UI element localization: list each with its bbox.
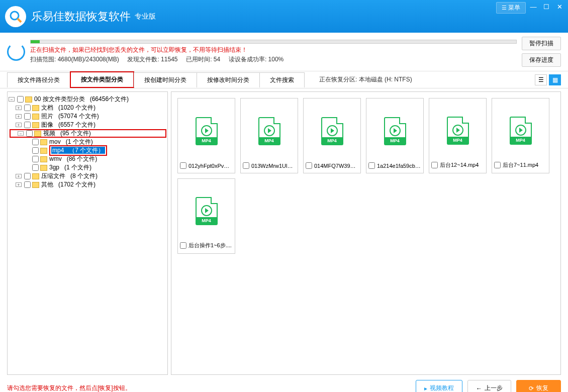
tree-checkbox[interactable] — [24, 173, 31, 179]
minimize-button[interactable]: — — [528, 2, 539, 11]
tree-label: 其他 (1702 个文件) — [41, 180, 96, 189]
pause-scan-button[interactable]: 暂停扫描 — [522, 37, 561, 50]
tab-by-modified[interactable]: 按修改时间分类 — [197, 72, 260, 87]
tree-node-wmv[interactable]: wmv (86 个文件) — [9, 155, 166, 163]
scan-range-label: 扫描范围: — [30, 56, 56, 63]
tree-checkbox[interactable] — [24, 105, 31, 111]
file-thumbnail: MP4 — [447, 103, 469, 158]
file-checkbox[interactable] — [306, 162, 312, 169]
view-list-button[interactable]: ☰ — [535, 74, 547, 85]
file-name: 后台7~11.mp4 — [503, 161, 547, 169]
collapse-icon[interactable]: − — [18, 131, 24, 136]
tree-root[interactable]: − 00 按文件类型分类 (66456个文件) — [9, 95, 166, 104]
tree-node-mp4[interactable]: mp4 （7 个文件） — [9, 146, 166, 155]
folder-icon — [40, 165, 47, 171]
save-progress-button[interactable]: 保存进度 — [522, 53, 561, 67]
tree-node-video[interactable]: − 视频 (95 个文件) — [10, 129, 166, 138]
tree-node-doc[interactable]: + 文档 (1020 个文件) — [9, 104, 166, 112]
file-item[interactable]: MP4 后台12~14.mp4 — [429, 98, 487, 173]
folder-icon — [32, 173, 39, 179]
tab-by-path[interactable]: 按文件路径分类 — [7, 72, 70, 87]
tree-label: mp4 （7 个文件） — [49, 145, 107, 156]
maximize-button[interactable]: ☐ — [541, 2, 552, 11]
expand-icon[interactable]: + — [16, 106, 22, 110]
tree-label: 照片 (57074 个文件) — [41, 112, 99, 121]
partition-info: 正在恢复分区: 本地磁盘 (H: NTFS) — [319, 75, 412, 84]
file-thumbnail: MP4 — [384, 103, 406, 159]
tree-checkbox[interactable] — [32, 164, 39, 171]
tree-checkbox[interactable] — [24, 181, 31, 188]
file-tree: − 00 按文件类型分类 (66456个文件) + 文档 (1020 个文件) … — [7, 91, 168, 375]
select-files-hint: 请勾选您需要恢复的文件，然后点[恢复]按钮。 — [7, 384, 131, 392]
file-name: 后台操作1~6步.... — [188, 242, 233, 249]
video-tutorial-button[interactable]: ▸视频教程 — [416, 380, 462, 392]
tree-checkbox[interactable] — [24, 113, 31, 120]
tree-node-other[interactable]: + 其他 (1702 个文件) — [9, 180, 166, 189]
expand-icon[interactable]: + — [16, 114, 22, 119]
file-thumbnail: MP4 — [510, 103, 532, 158]
view-grid-button[interactable]: ▦ — [549, 74, 561, 85]
file-item[interactable]: MP4 013WzMrw1Uly1K... — [240, 98, 298, 173]
elapsed-label: 已用时间: — [186, 56, 212, 63]
tree-checkbox[interactable] — [32, 156, 39, 162]
folder-icon — [34, 131, 41, 137]
arrow-left-icon: ← — [476, 385, 482, 392]
tree-node-photo[interactable]: + 照片 (57074 个文件) — [9, 112, 166, 121]
tabs-row: 按文件路径分类 按文件类型分类 按创建时间分类 按修改时间分类 文件搜索 正在恢… — [0, 71, 568, 88]
mp4-file-icon: MP4 — [510, 117, 532, 145]
expand-icon[interactable]: + — [16, 174, 22, 178]
file-checkbox[interactable] — [494, 162, 501, 168]
file-item[interactable]: MP4 014MFQ7W39yZX... — [303, 98, 361, 173]
app-title: 乐易佳数据恢复软件 — [31, 9, 131, 24]
file-checkbox[interactable] — [243, 162, 249, 169]
tab-by-created[interactable]: 按创建时间分类 — [134, 72, 197, 87]
tree-label: 文档 (1020 个文件) — [41, 104, 96, 112]
file-item[interactable]: MP4 后台7~11.mp4 — [492, 98, 549, 173]
tab-by-type[interactable]: 按文件类型分类 — [70, 71, 134, 88]
expand-icon[interactable]: + — [16, 123, 22, 127]
tree-checkbox[interactable] — [32, 147, 39, 154]
close-button[interactable]: ✕ — [554, 2, 565, 11]
scan-range-value: 4680(MB)/243008(MB) — [58, 56, 119, 63]
file-thumbnail: MP4 — [258, 103, 280, 159]
tree-checkbox[interactable] — [24, 122, 31, 128]
collapse-icon[interactable]: − — [9, 97, 15, 102]
tree-checkbox[interactable] — [17, 96, 24, 103]
file-item[interactable]: MP4 1a214e1fa59cb9... — [366, 98, 424, 173]
mp4-file-icon: MP4 — [196, 197, 218, 225]
file-item[interactable]: MP4 后台操作1~6步.... — [177, 178, 235, 254]
tree-checkbox[interactable] — [32, 139, 39, 145]
file-item[interactable]: MP4 012yhFpt0xPvGk... — [177, 98, 235, 173]
file-checkbox[interactable] — [368, 162, 375, 169]
tree-node-image[interactable]: + 图像 (6557 个文件) — [9, 121, 166, 129]
video-tutorial-label: 视频教程 — [430, 384, 454, 392]
read-success-label: 读设备成功率: — [229, 56, 266, 63]
mp4-file-icon: MP4 — [258, 117, 280, 145]
scan-stats: 扫描范围: 4680(MB)/243008(MB) 发现文件数: 11545 已… — [30, 55, 517, 64]
tree-node-archive[interactable]: + 压缩文件 (8 个文件) — [9, 172, 166, 180]
bottom-bar: 请勾选您需要恢复的文件，然后点[恢复]按钮。 ▸视频教程 ←上一步 ⟳恢复 — [0, 375, 568, 392]
expand-icon[interactable]: + — [16, 182, 22, 187]
previous-button[interactable]: ←上一步 — [467, 380, 511, 392]
tree-label: 3gp (1 个文件) — [49, 163, 91, 172]
refresh-icon: ⟳ — [529, 385, 534, 392]
recover-button[interactable]: ⟳恢复 — [516, 380, 561, 392]
file-checkbox[interactable] — [431, 162, 438, 168]
folder-icon — [40, 139, 47, 145]
file-name: 后台12~14.mp4 — [440, 161, 484, 169]
menu-button[interactable]: ☰ 菜单 — [496, 2, 526, 14]
file-thumbnail: MP4 — [321, 103, 343, 159]
file-name: 1a214e1fa59cb9... — [377, 163, 421, 169]
tab-search[interactable]: 文件搜索 — [259, 72, 305, 87]
tree-checkbox[interactable] — [26, 130, 33, 137]
previous-label: 上一步 — [485, 384, 503, 392]
recover-label: 恢复 — [536, 384, 548, 392]
folder-icon — [32, 105, 39, 111]
file-checkbox[interactable] — [180, 162, 186, 169]
scanning-message: 正在扫描文件，如果已经找到您丢失的文件，可以立即恢复，不用等待扫描结束！ — [30, 46, 517, 54]
tree-node-3gp[interactable]: 3gp (1 个文件) — [9, 163, 166, 172]
file-checkbox[interactable] — [180, 242, 186, 249]
file-name: 013WzMrw1Uly1K... — [251, 163, 296, 169]
folder-icon — [32, 182, 39, 188]
found-files-label: 发现文件数: — [127, 56, 159, 63]
